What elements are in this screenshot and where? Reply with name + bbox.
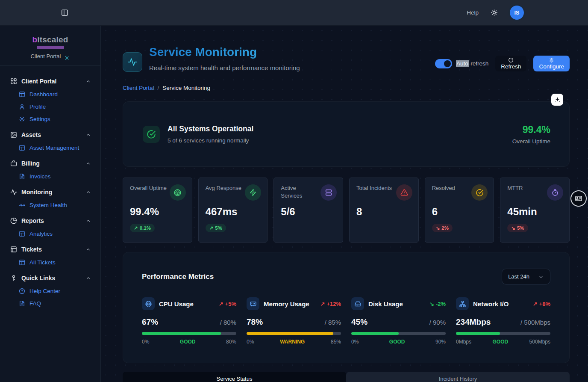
theme-toggle-button[interactable] xyxy=(491,9,498,16)
image-icon xyxy=(10,131,17,138)
page-title: Service Monitoring xyxy=(149,45,300,59)
sidebar-item-dashboard[interactable]: Dashboard xyxy=(6,88,95,101)
sidebar-section-quick-links[interactable]: Quick Links xyxy=(6,271,95,285)
sidebar-item-asset-management[interactable]: Asset Management xyxy=(6,142,95,154)
refresh-icon xyxy=(508,57,514,63)
brand-tagline xyxy=(37,46,64,49)
progress-bar xyxy=(456,332,550,335)
stat-card-total-incidents: Total Incidents 8 xyxy=(349,178,419,243)
gear-icon xyxy=(19,116,25,122)
sidebar-section-reports[interactable]: Reports xyxy=(6,214,95,228)
network-icon xyxy=(456,297,469,310)
stat-card-active-services: Active Services 5/6 xyxy=(273,178,343,243)
sparkles-icon xyxy=(554,96,561,104)
metric-trend: ↗+12% xyxy=(320,301,341,307)
progress-bar xyxy=(351,332,446,335)
zap-icon xyxy=(245,184,261,201)
sidebar-item-all-tickets[interactable]: All Tickets xyxy=(6,256,95,269)
trend-up-icon: ↗ xyxy=(134,225,138,231)
chevron-up-icon xyxy=(85,275,91,281)
status-badge: WARNING xyxy=(280,339,305,345)
sidebar-section-tickets[interactable]: Tickets xyxy=(6,243,95,256)
layout-icon xyxy=(19,259,25,266)
layout-icon xyxy=(19,145,25,151)
portal-label-row: Client Portal xyxy=(0,53,100,59)
target-icon xyxy=(170,184,186,201)
grid-icon xyxy=(10,78,17,85)
panel-left-icon xyxy=(61,9,69,17)
avatar[interactable]: IS xyxy=(510,6,524,20)
page-subtitle: Real-time system health and performance … xyxy=(149,64,300,71)
activity-tile-icon xyxy=(123,52,142,72)
sidebar-section-client-portal[interactable]: Client Portal xyxy=(6,74,95,88)
stat-cards-row: Overall Uptime 99.4% ↗0.1% Avg Response … xyxy=(123,178,570,243)
configure-button[interactable]: Configure xyxy=(533,56,570,71)
sidebar-nav: Client Portal Dashboard Profile Settings… xyxy=(0,66,100,310)
metric-trend: ↗+5% xyxy=(219,301,236,307)
page-header: Service Monitoring Real-time system heal… xyxy=(123,45,570,72)
ai-sparkle-button[interactable] xyxy=(551,94,563,106)
metric-memory-usage: Memory Usage ↗+12% 78%/ 85% 0%WARNING85% xyxy=(247,297,341,345)
pulse-icon xyxy=(19,202,25,208)
performance-title: Performance Metrics xyxy=(142,272,214,281)
performance-metrics-panel: Performance Metrics Last 24h CPU Usage ↗… xyxy=(123,252,570,363)
tab-service-status[interactable]: Service Status xyxy=(123,372,346,382)
trend-down-icon: ↘ xyxy=(511,225,515,231)
layout-icon xyxy=(19,231,25,237)
hard-drive-icon xyxy=(351,297,364,310)
time-range-select[interactable]: Last 24h xyxy=(502,269,550,284)
auto-refresh-toggle[interactable] xyxy=(435,59,452,68)
breadcrumb: Client Portal / Service Monitoring xyxy=(123,85,570,91)
trend-badge: ↘2% xyxy=(432,224,453,232)
sidebar-item-help-center[interactable]: Help Center xyxy=(6,285,95,297)
key-icon xyxy=(10,275,17,281)
chevron-up-icon xyxy=(85,247,91,252)
sidebar-section-monitoring[interactable]: Monitoring xyxy=(6,185,95,199)
auto-refresh-label: Auto-refresh xyxy=(456,60,488,67)
overall-uptime-value: 99.4% xyxy=(512,124,550,136)
banner-title: All Systems Operational xyxy=(168,124,253,133)
sidebar-section-billing[interactable]: Billing xyxy=(6,157,95,170)
sidebar-item-profile[interactable]: Profile xyxy=(6,101,95,113)
pie-chart-icon xyxy=(10,217,17,224)
sidebar-item-analytics[interactable]: Analytics xyxy=(6,228,95,240)
progress-bar xyxy=(247,332,341,335)
trend-up-icon: ↗ xyxy=(209,225,214,231)
main-content: Service Monitoring Real-time system heal… xyxy=(101,26,588,382)
trend-up-icon: ↗ xyxy=(533,301,538,307)
sun-icon xyxy=(491,9,498,16)
sidebar-item-settings[interactable]: Settings xyxy=(6,113,95,125)
sidebar: bitscaled Client Portal Client Portal Da… xyxy=(0,26,101,382)
chevron-up-icon xyxy=(85,132,91,138)
sidebar-item-faq[interactable]: FAQ xyxy=(6,297,95,310)
gear-icon xyxy=(549,57,554,63)
stat-card-avg-response: Avg Response 467ms ↗5% xyxy=(198,178,268,243)
contact-card-button[interactable] xyxy=(570,190,587,207)
stat-card-mttr: MTTR 45min ↘5% xyxy=(500,178,570,243)
banner-subtitle: 5 of 6 services running normally xyxy=(168,137,253,144)
chevron-up-icon xyxy=(85,190,91,195)
sidebar-toggle-button[interactable] xyxy=(59,7,70,18)
stat-card-resolved: Resolved 6 ↘2% xyxy=(425,178,494,243)
check-circle-icon xyxy=(471,184,488,201)
progress-fill xyxy=(456,332,500,335)
brand-logo: bitscaled xyxy=(0,35,100,44)
briefcase-icon xyxy=(10,160,17,167)
check-circle-icon xyxy=(143,126,160,143)
help-link[interactable]: Help xyxy=(467,9,479,16)
status-banner: All Systems Operational 5 of 6 services … xyxy=(123,101,570,167)
refresh-button[interactable]: Refresh xyxy=(495,56,526,71)
sidebar-section-assets[interactable]: Assets xyxy=(6,128,95,142)
status-badge: GOOD xyxy=(389,339,405,345)
overall-uptime-label: Overall Uptime xyxy=(512,138,550,145)
sidebar-item-system-health[interactable]: System Health xyxy=(6,199,95,211)
help-circle-icon xyxy=(19,288,25,294)
alert-triangle-icon xyxy=(396,184,412,201)
trend-up-icon: ↗ xyxy=(320,301,325,307)
breadcrumb-parent-link[interactable]: Client Portal xyxy=(123,85,154,91)
tab-incident-history[interactable]: Incident History xyxy=(346,372,570,382)
sidebar-item-invoices[interactable]: Invoices xyxy=(6,170,95,183)
header-controls: Auto-refresh Refresh Configure xyxy=(435,56,570,71)
breadcrumb-current: Service Monitoring xyxy=(162,85,210,91)
breadcrumb-separator: / xyxy=(158,85,159,91)
